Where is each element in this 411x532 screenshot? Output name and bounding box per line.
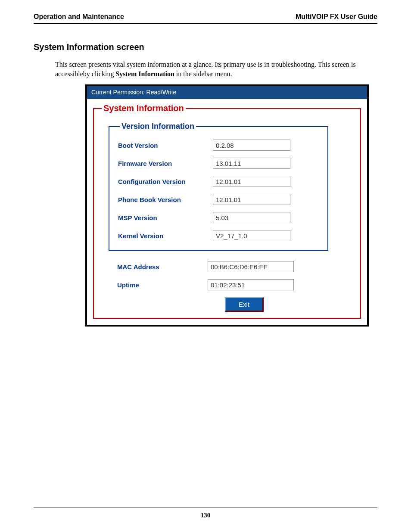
firmware-version-label: Firmware Version xyxy=(118,160,213,167)
exit-button[interactable]: Exit xyxy=(225,297,264,312)
msp-version-label: MSP Version xyxy=(118,214,213,221)
permission-bar: Current Permission: Read/Write xyxy=(87,86,367,99)
bottom-info-block: MAC Address Uptime Exit xyxy=(117,261,354,312)
version-row: Kernel Version xyxy=(118,230,319,241)
mac-address-value xyxy=(208,261,294,272)
section-title: System Information screen xyxy=(34,42,377,52)
intro-text-suffix: in the sidebar menu. xyxy=(174,70,232,78)
phone-book-version-value xyxy=(213,194,290,205)
version-row: MSP Version xyxy=(118,212,319,223)
header-left: Operation and Maintenance xyxy=(34,13,124,21)
uptime-row: Uptime xyxy=(117,279,354,290)
kernel-version-label: Kernel Version xyxy=(118,232,213,240)
configuration-version-value xyxy=(213,176,290,187)
header-right: MultiVOIP FX User Guide xyxy=(296,13,377,21)
page-footer: 130 xyxy=(34,507,377,519)
configuration-version-label: Configuration Version xyxy=(118,178,213,185)
firmware-version-value xyxy=(213,158,290,169)
version-information-legend: Version Information xyxy=(120,122,196,131)
mac-address-label: MAC Address xyxy=(117,263,208,271)
version-information-fieldset: Version Information Boot Version Firmwar… xyxy=(109,122,328,251)
intro-paragraph: This screen presents vital system inform… xyxy=(55,60,374,78)
msp-version-value xyxy=(213,212,290,223)
phone-book-version-label: Phone Book Version xyxy=(118,196,213,203)
exit-button-wrap: Exit xyxy=(225,297,354,312)
page-number: 130 xyxy=(201,512,211,519)
version-row: Configuration Version xyxy=(118,176,319,187)
uptime-value xyxy=(208,279,294,290)
boot-version-value xyxy=(213,140,290,151)
intro-bold: System Information xyxy=(115,70,174,78)
version-row: Firmware Version xyxy=(118,158,319,169)
system-information-legend: System Information xyxy=(102,103,186,113)
version-row: Phone Book Version xyxy=(118,194,319,205)
boot-version-label: Boot Version xyxy=(118,142,213,149)
system-info-panel: Current Permission: Read/Write System In… xyxy=(85,84,369,327)
kernel-version-value xyxy=(213,230,290,241)
page-header: Operation and Maintenance MultiVOIP FX U… xyxy=(34,13,377,24)
uptime-label: Uptime xyxy=(117,281,208,289)
version-row: Boot Version xyxy=(118,140,319,151)
mac-row: MAC Address xyxy=(117,261,354,272)
system-information-fieldset: System Information Version Information B… xyxy=(93,103,361,319)
panel-body: System Information Version Information B… xyxy=(87,99,367,325)
